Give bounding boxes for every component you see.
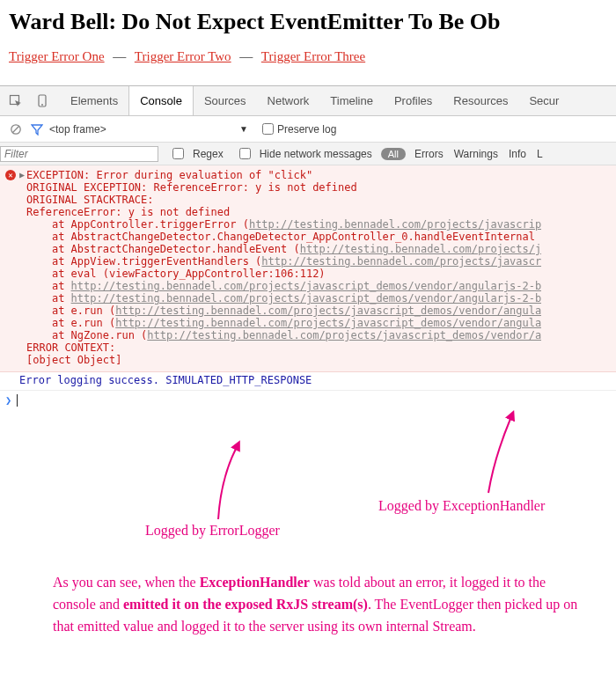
devtools-tabbar: Elements Console Sources Network Timelin…: [0, 86, 616, 116]
tab-security[interactable]: Secur: [518, 86, 569, 115]
regex-label: Regex: [193, 148, 224, 160]
separator: —: [239, 49, 253, 63]
filter-logs[interactable]: L: [537, 148, 543, 160]
filter-info[interactable]: Info: [509, 148, 526, 160]
svg-point-2: [41, 104, 43, 106]
annotation-exceptionhandler: Logged by ExceptionHandler: [378, 498, 545, 514]
console-toolbar: <top frame> ▼ Preserve log: [0, 116, 616, 143]
filter-input[interactable]: [0, 146, 158, 162]
console-error-row: ✕ ▶ EXCEPTION: Error during evaluation o…: [0, 165, 616, 372]
separator: —: [113, 49, 126, 63]
regex-checkbox[interactable]: [172, 148, 184, 159]
tab-network[interactable]: Network: [257, 86, 320, 115]
filter-warnings[interactable]: Warnings: [454, 148, 498, 160]
svg-line-4: [12, 126, 18, 132]
trigger-error-three-link[interactable]: Trigger Error Three: [261, 49, 365, 63]
filter-all-pill[interactable]: All: [381, 148, 406, 160]
element-inspector-icon[interactable]: [7, 92, 25, 110]
prompt-caret-icon: ❯: [5, 394, 11, 407]
preserve-log-label: Preserve log: [277, 123, 336, 136]
console-log-row: Error logging success. SIMULATED_HTTP_RE…: [0, 372, 616, 391]
page-title: Ward Bell: Do Not Expect EventEmitter To…: [9, 9, 616, 35]
console-body: ✕ ▶ EXCEPTION: Error during evaluation o…: [0, 165, 616, 410]
device-toolbar-icon[interactable]: [33, 92, 51, 110]
disclosure-triangle-icon[interactable]: ▶: [19, 170, 25, 180]
console-filterbar: Regex Hide network messages All Errors W…: [0, 143, 616, 165]
preserve-log-checkbox[interactable]: [262, 123, 274, 135]
tab-console[interactable]: Console: [128, 86, 194, 115]
filter-icon[interactable]: [28, 121, 46, 138]
console-error-text: EXCEPTION: Error during evaluation of "c…: [26, 169, 541, 366]
hide-network-label: Hide network messages: [260, 148, 372, 160]
error-icon: ✕: [5, 170, 16, 180]
frame-select-value: <top frame>: [49, 123, 106, 136]
frame-select[interactable]: <top frame> ▼: [49, 123, 252, 136]
trigger-error-one-link[interactable]: Trigger Error One: [9, 49, 105, 63]
chevron-down-icon: ▼: [239, 124, 248, 134]
trigger-links: Trigger Error One — Trigger Error Two — …: [9, 49, 616, 64]
annotation-paragraph: As you can see, when the ExceptionHandle…: [53, 572, 581, 637]
trigger-error-two-link[interactable]: Trigger Error Two: [135, 49, 231, 63]
tab-timeline[interactable]: Timeline: [319, 86, 384, 115]
filter-errors[interactable]: Errors: [414, 148, 444, 160]
clear-console-icon[interactable]: [7, 121, 25, 138]
annotation-errorlogger: Logged by ErrorLogger: [145, 523, 280, 539]
console-prompt[interactable]: ❯: [0, 391, 616, 410]
tab-resources[interactable]: Resources: [443, 86, 518, 115]
tab-sources[interactable]: Sources: [194, 86, 257, 115]
tab-profiles[interactable]: Profiles: [384, 86, 443, 115]
hide-network-checkbox[interactable]: [239, 148, 251, 159]
tab-elements[interactable]: Elements: [60, 86, 128, 115]
devtools-panel: Elements Console Sources Network Timelin…: [0, 85, 616, 410]
